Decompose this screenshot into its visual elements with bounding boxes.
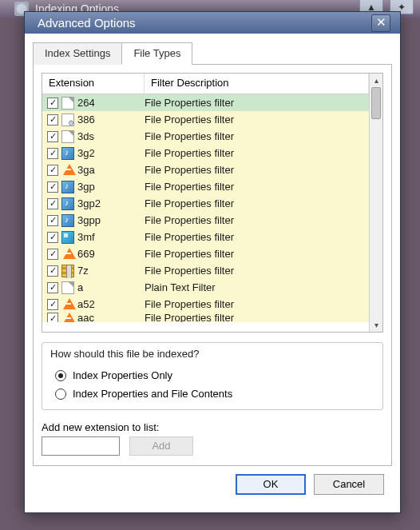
- row-extension: 3mf: [77, 231, 141, 243]
- row-checkbox[interactable]: ✓: [47, 249, 58, 260]
- table-row[interactable]: ✓7zFile Properties filter: [42, 262, 369, 279]
- row-extension: 3gp: [77, 181, 141, 193]
- column-description[interactable]: Filter Description: [145, 74, 369, 94]
- file-type-icon: [61, 231, 74, 244]
- advanced-options-dialog: Advanced Options ✕ Index Settings File T…: [24, 11, 401, 513]
- row-description: File Properties filter: [141, 231, 369, 243]
- file-type-icon: [61, 248, 74, 261]
- row-checkbox[interactable]: ✓: [47, 198, 58, 209]
- scroll-thumb[interactable]: [371, 87, 381, 119]
- table-row[interactable]: ✓aPlain Text Filter: [42, 279, 369, 296]
- cancel-button[interactable]: Cancel: [314, 474, 384, 495]
- tab-index-settings[interactable]: Index Settings: [33, 42, 122, 65]
- row-extension: a: [77, 281, 141, 293]
- dialog-title: Advanced Options: [38, 16, 136, 30]
- row-extension: 3g2: [77, 147, 141, 159]
- row-description: File Properties filter: [141, 298, 369, 310]
- file-type-icon: [61, 265, 74, 277]
- file-type-icon: [61, 97, 74, 110]
- file-type-icon: [61, 313, 74, 322]
- row-extension: 3ds: [77, 130, 141, 142]
- row-checkbox[interactable]: ✓: [47, 299, 58, 310]
- row-description: File Properties filter: [141, 214, 369, 226]
- indexing-mode-title: How should this file be indexed?: [50, 348, 374, 360]
- radio-icon: [55, 370, 66, 381]
- radio-label: Index Properties Only: [73, 369, 172, 381]
- add-extension-button: Add: [129, 436, 193, 456]
- row-checkbox[interactable]: ✓: [47, 282, 58, 293]
- row-extension: 264: [77, 97, 141, 109]
- dialog-button-row: OK Cancel: [33, 466, 392, 504]
- table-row[interactable]: ✓a52File Properties filter: [42, 296, 369, 313]
- row-checkbox[interactable]: ✓: [47, 98, 58, 109]
- radio-label: Index Properties and File Contents: [73, 388, 232, 400]
- row-extension: 3gpp: [77, 214, 141, 226]
- row-description: File Properties filter: [141, 248, 369, 260]
- file-type-icon: [61, 298, 74, 311]
- table-row[interactable]: ✓3mfFile Properties filter: [42, 229, 369, 245]
- indexing-mode-group: How should this file be indexed? Index P…: [42, 342, 383, 410]
- table-row[interactable]: ✓3gpFile Properties filter: [42, 178, 369, 195]
- table-row[interactable]: ✓669File Properties filter: [42, 245, 369, 262]
- scroll-track[interactable]: [370, 87, 382, 318]
- row-extension: 7z: [77, 265, 141, 277]
- row-description: File Properties filter: [141, 97, 369, 109]
- row-description: File Properties filter: [141, 197, 369, 209]
- table-row[interactable]: ✓264File Properties filter: [42, 94, 369, 111]
- row-checkbox[interactable]: ✓: [47, 232, 58, 243]
- row-checkbox[interactable]: ✓: [47, 148, 58, 159]
- listview-scrollbar[interactable]: ▴ ▾: [369, 74, 382, 332]
- scroll-up-button[interactable]: ▴: [370, 74, 382, 87]
- file-type-icon: [61, 281, 74, 294]
- file-types-listview[interactable]: Extension Filter Description ✓264File Pr…: [42, 73, 383, 333]
- row-extension: 669: [77, 248, 141, 260]
- listview-header[interactable]: Extension Filter Description: [42, 74, 369, 94]
- table-row[interactable]: ✓3gp2File Properties filter: [42, 195, 369, 212]
- row-checkbox[interactable]: ✓: [47, 313, 58, 322]
- row-checkbox[interactable]: ✓: [47, 265, 58, 277]
- radio-icon: [55, 389, 66, 400]
- dialog-titlebar[interactable]: Advanced Options ✕: [25, 12, 400, 34]
- table-row[interactable]: ✓3dsFile Properties filter: [42, 128, 369, 145]
- file-type-icon: [61, 147, 74, 160]
- table-row[interactable]: ✓3gaFile Properties filter: [42, 161, 369, 178]
- row-description: File Properties filter: [141, 181, 369, 193]
- table-row[interactable]: ✓3g2File Properties filter: [42, 145, 369, 161]
- row-description: File Properties filter: [141, 147, 369, 159]
- column-extension[interactable]: Extension: [42, 74, 145, 94]
- tab-file-types[interactable]: File Types: [121, 42, 192, 65]
- row-extension: a52: [77, 298, 141, 310]
- row-description: File Properties filter: [141, 164, 369, 176]
- tab-body-file-types: Extension Filter Description ✓264File Pr…: [33, 65, 392, 466]
- radio-properties-and-contents[interactable]: Index Properties and File Contents: [50, 383, 374, 401]
- radio-properties-only[interactable]: Index Properties Only: [50, 365, 374, 383]
- file-type-icon: [61, 114, 74, 126]
- row-checkbox[interactable]: ✓: [47, 181, 58, 193]
- row-checkbox[interactable]: ✓: [47, 165, 58, 176]
- tab-strip: Index Settings File Types: [33, 42, 392, 65]
- row-checkbox[interactable]: ✓: [47, 131, 58, 142]
- file-type-icon: [61, 130, 74, 143]
- file-type-icon: [61, 164, 74, 177]
- add-extension-input[interactable]: [42, 436, 120, 456]
- table-row[interactable]: ✓3gppFile Properties filter: [42, 212, 369, 229]
- ok-button[interactable]: OK: [236, 474, 306, 495]
- file-type-icon: [61, 181, 74, 193]
- table-row[interactable]: ✓aacFile Properties filter: [42, 313, 369, 322]
- row-checkbox[interactable]: ✓: [47, 114, 58, 126]
- add-extension-label: Add new extension to list:: [42, 421, 383, 433]
- row-description: File Properties filter: [141, 265, 369, 277]
- row-extension: 3gp2: [77, 197, 141, 209]
- file-type-icon: [61, 197, 74, 210]
- row-description: File Properties filter: [141, 130, 369, 142]
- table-row[interactable]: ✓386File Properties filter: [42, 111, 369, 128]
- row-extension: 386: [77, 114, 141, 126]
- row-extension: 3ga: [77, 164, 141, 176]
- row-checkbox[interactable]: ✓: [47, 215, 58, 226]
- close-button[interactable]: ✕: [371, 14, 390, 32]
- row-description: Plain Text Filter: [141, 281, 369, 293]
- file-type-icon: [61, 214, 74, 227]
- scroll-down-button[interactable]: ▾: [370, 318, 382, 332]
- row-extension: aac: [77, 313, 141, 322]
- row-description: File Properties filter: [141, 114, 369, 126]
